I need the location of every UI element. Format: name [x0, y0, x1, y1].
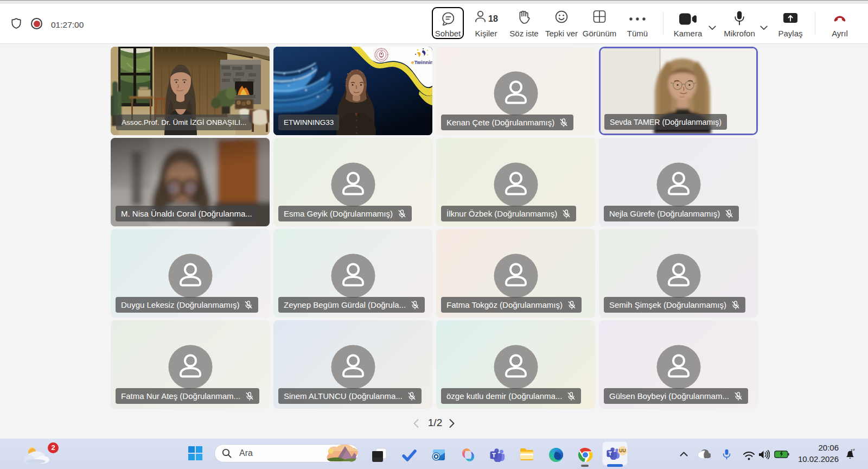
svg-text:Twinning: Twinning [414, 59, 433, 65]
svg-text:z: z [851, 448, 853, 452]
svg-text:e: e [411, 59, 414, 65]
svg-text:z: z [853, 448, 854, 451]
